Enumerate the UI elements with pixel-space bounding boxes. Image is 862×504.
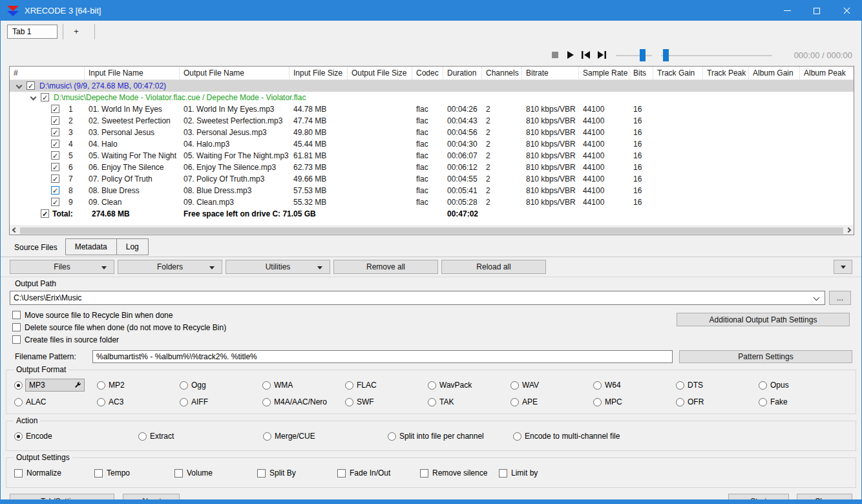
column-header[interactable]: Track Gain bbox=[653, 67, 703, 79]
radio-icon[interactable] bbox=[510, 381, 519, 390]
setting-option-remove-silence[interactable]: Remove silence bbox=[420, 468, 487, 478]
tab-1[interactable]: Tab 1 bbox=[7, 25, 58, 39]
group-row-album[interactable]: D:\music\Depeche Mode - Violator.flac.cu… bbox=[10, 92, 854, 103]
radio-icon[interactable] bbox=[593, 381, 602, 390]
radio-icon[interactable] bbox=[388, 432, 396, 441]
seek-slider[interactable] bbox=[661, 49, 772, 61]
column-header[interactable]: # bbox=[10, 67, 85, 79]
source-folder-option[interactable]: Create files in source folder bbox=[12, 333, 861, 346]
column-header[interactable]: Output File Size bbox=[348, 67, 412, 79]
checkbox-icon[interactable] bbox=[174, 469, 183, 478]
format-option-m4a-aac-nero[interactable]: M4A/AAC/Nero bbox=[262, 397, 345, 406]
track-checkbox[interactable] bbox=[51, 163, 59, 171]
output-path-combobox[interactable]: C:\Users\Erix\Music bbox=[10, 291, 825, 305]
radio-icon[interactable] bbox=[428, 398, 436, 406]
table-row[interactable]: 101. World In My Eyes01. World In My Eye… bbox=[10, 103, 854, 115]
radio-icon[interactable] bbox=[262, 398, 271, 406]
radio-icon[interactable] bbox=[97, 381, 105, 390]
files-dropdown-button[interactable]: Files bbox=[10, 260, 114, 274]
horizontal-scrollbar[interactable] bbox=[10, 226, 854, 235]
tab-settings-dropdown-button[interactable]: Tab/Settings bbox=[10, 494, 114, 504]
column-header[interactable]: Sample Rate bbox=[579, 67, 629, 79]
next-track-button[interactable] bbox=[596, 50, 607, 60]
radio-icon[interactable] bbox=[180, 398, 188, 406]
play-button[interactable] bbox=[565, 50, 576, 60]
format-option-wav[interactable]: WAV bbox=[510, 379, 593, 392]
tab-source-files[interactable]: Source Files bbox=[1, 243, 65, 257]
additional-output-path-settings-button[interactable]: Additional Output Path Settings bbox=[677, 313, 850, 326]
maximize-button[interactable] bbox=[802, 1, 832, 21]
browse-button[interactable]: ... bbox=[829, 291, 851, 305]
radio-icon[interactable] bbox=[513, 432, 521, 441]
scrollbar-thumb[interactable] bbox=[20, 227, 843, 234]
track-checkbox[interactable] bbox=[51, 186, 59, 194]
utilities-dropdown-button[interactable]: Utilities bbox=[226, 260, 330, 274]
tab-metadata[interactable]: Metadata bbox=[66, 239, 116, 255]
column-header[interactable]: Album Peak bbox=[800, 67, 854, 79]
folders-dropdown-button[interactable]: Folders bbox=[118, 260, 222, 274]
table-row[interactable]: 808. Blue Dress08. Blue Dress.mp357.53 M… bbox=[10, 185, 854, 196]
column-header[interactable]: Channels bbox=[482, 67, 522, 79]
radio-icon[interactable] bbox=[510, 398, 519, 406]
setting-option-normalize[interactable]: Normalize bbox=[14, 468, 61, 478]
format-option-wavpack[interactable]: WavPack bbox=[428, 379, 510, 392]
column-header[interactable]: Bitrate bbox=[522, 67, 579, 79]
format-option-wma[interactable]: WMA bbox=[262, 379, 345, 392]
add-tab-button[interactable]: + bbox=[63, 24, 89, 39]
radio-icon[interactable] bbox=[676, 381, 684, 390]
chevron-down-icon[interactable] bbox=[814, 295, 820, 301]
setting-option-split-by[interactable]: Split By bbox=[257, 468, 296, 478]
pattern-settings-button[interactable]: Pattern Settings bbox=[679, 350, 852, 363]
action-option-encode-to-multi-channel-file[interactable]: Encode to multi-channel file bbox=[513, 432, 620, 441]
checkbox-icon[interactable] bbox=[337, 469, 346, 478]
column-header[interactable]: Codec bbox=[412, 67, 443, 79]
format-option-fake[interactable]: Fake bbox=[759, 397, 841, 406]
collapse-chevron-icon[interactable] bbox=[16, 83, 23, 89]
remove-all-button[interactable]: Remove all bbox=[333, 260, 438, 274]
checkbox-icon[interactable] bbox=[499, 469, 507, 478]
group-checkbox[interactable] bbox=[26, 81, 35, 90]
format-option-ogg[interactable]: Ogg bbox=[180, 379, 262, 392]
start-button[interactable]: Start bbox=[728, 494, 789, 504]
column-header[interactable]: Input File Size bbox=[289, 67, 348, 79]
previous-track-button[interactable] bbox=[581, 50, 591, 60]
format-option-aiff[interactable]: AIFF bbox=[180, 397, 262, 406]
collapse-chevron-icon[interactable] bbox=[30, 94, 37, 101]
total-checkbox[interactable] bbox=[41, 209, 49, 218]
table-row[interactable]: 606. Enjoy The Silence06. Enjoy The Sile… bbox=[10, 162, 854, 173]
format-option-mp3[interactable]: MP3 bbox=[14, 379, 97, 392]
format-option-swf[interactable]: SWF bbox=[345, 397, 428, 406]
table-row[interactable]: 505. Waiting For The Night05. Waiting Fo… bbox=[10, 150, 854, 162]
source-folder-checkbox[interactable] bbox=[12, 335, 21, 344]
stop-button[interactable] bbox=[550, 50, 560, 60]
delete-source-checkbox[interactable] bbox=[12, 323, 21, 331]
action-option-extract[interactable]: Extract bbox=[138, 432, 174, 441]
tab-log[interactable]: Log bbox=[116, 239, 148, 255]
column-header[interactable]: Track Peak bbox=[703, 67, 749, 79]
track-checkbox[interactable] bbox=[51, 151, 59, 160]
checkbox-icon[interactable] bbox=[257, 469, 266, 478]
close-window-button[interactable]: Close bbox=[797, 494, 852, 504]
group-checkbox[interactable] bbox=[41, 93, 49, 101]
seek-slider-thumb[interactable] bbox=[663, 49, 669, 61]
radio-icon[interactable] bbox=[263, 432, 271, 441]
format-option-mp2[interactable]: MP2 bbox=[97, 379, 180, 392]
format-settings-box[interactable]: MP3 bbox=[25, 379, 85, 392]
format-option-mpc[interactable]: MPC bbox=[593, 397, 676, 406]
column-header[interactable]: Album Gain bbox=[749, 67, 800, 79]
radio-icon[interactable] bbox=[759, 381, 767, 390]
reload-all-button[interactable]: Reload all bbox=[441, 260, 546, 274]
table-row[interactable]: 303. Personal Jesus03. Personal Jesus.mp… bbox=[10, 127, 854, 138]
format-option-flac[interactable]: FLAC bbox=[345, 379, 428, 392]
checkbox-icon[interactable] bbox=[94, 469, 103, 478]
volume-slider-thumb[interactable] bbox=[640, 49, 646, 61]
format-option-ofr[interactable]: OFR bbox=[676, 397, 759, 406]
format-option-w64[interactable]: W64 bbox=[593, 379, 676, 392]
track-checkbox[interactable] bbox=[51, 198, 59, 206]
radio-icon[interactable] bbox=[180, 381, 188, 390]
recycle-bin-checkbox[interactable] bbox=[12, 311, 21, 319]
scroll-right-icon[interactable] bbox=[846, 227, 851, 233]
radio-icon[interactable] bbox=[428, 381, 436, 390]
filename-pattern-input[interactable] bbox=[92, 350, 673, 363]
action-option-merge-cue[interactable]: Merge/CUE bbox=[263, 432, 315, 441]
